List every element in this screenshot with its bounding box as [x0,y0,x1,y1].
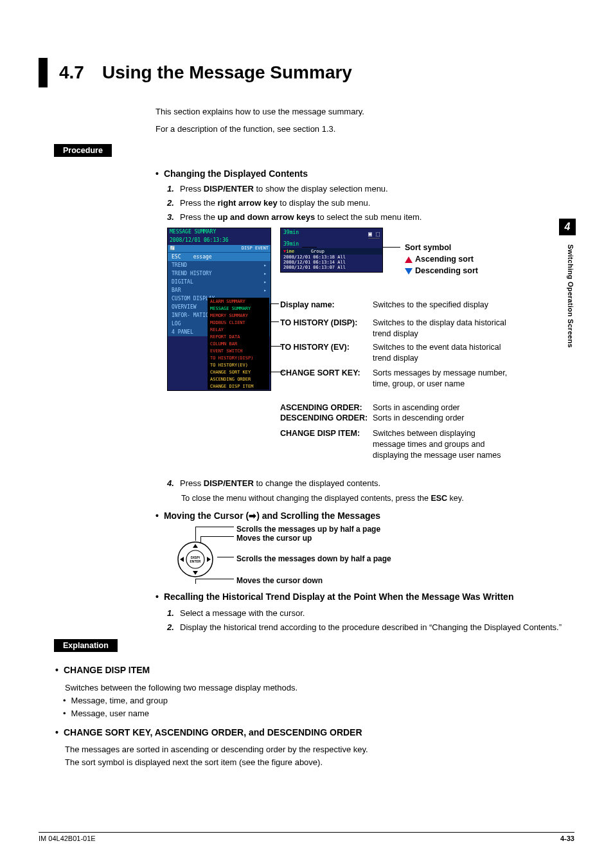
heading-recalling: Recalling the Historical Trend Display a… [155,591,574,604]
heading-changing: Changing the Displayed Contents [155,168,574,179]
step-1: 1. Press DISP/ENTER to show the display … [167,183,574,195]
callout-name: TO HISTORY (DISP): [280,318,357,329]
sub-menu-item: CHANGE SORT KEY [208,368,269,375]
callout-desc: Switches to the specified display [373,300,508,311]
sub-menu-item: MEMORY SUMMARY [208,312,269,319]
sub-menu-item: TO HISTORY(EV) [208,361,269,368]
cdi-opt-a: Message, time, and group [63,694,574,707]
svg-marker-3 [193,571,198,575]
main-menu-item: TREND HISTORY▸ [168,269,271,278]
callout-name: CHANGE DISP ITEM: [280,428,360,439]
sub-menu-item: REPORT DATA [208,333,269,340]
page-title-row: 4.7 Using the Message Summary [39,58,574,87]
procedure-label: Procedure [54,144,112,157]
callout-name: DESCENDING ORDER: [280,413,368,424]
step-number: 4. [167,477,180,490]
cdi-text: Switches between the following two messa… [65,682,574,694]
heading-change-disp-item: CHANGE DISP ITEM [55,664,574,678]
sub-menu-item: MESSAGE SUMMARY [208,305,269,312]
step-number: 2. [167,197,180,210]
step-4-note: To close the menu without changing the d… [181,493,574,505]
menu-diagram: MESSAGE SUMMARY 2008/12/01 06:13:36 🔄DIS… [167,228,578,427]
recall-step-2: 2. Display the historical trend accordin… [167,621,574,634]
dpad-icon: DISP/ ENTER [177,541,213,577]
sub-menu-item: MODBUS CLIENT [208,319,269,326]
sub-menu-item: ASCENDING ORDER [208,375,269,383]
callout-desc: Switches to the event data historical tr… [373,342,508,364]
procedure-content: Changing the Displayed Contents 1. Press… [155,168,574,635]
svg-text:ENTER: ENTER [190,559,201,563]
main-menu-item: BAR▸ [168,286,271,294]
svg-marker-4 [180,557,184,562]
callout-name: CHANGE SORT KEY: [280,368,360,379]
callout-desc: Switches to the display data historical … [373,318,508,339]
step-number: 1. [167,183,180,195]
summary-row: 2008/12/01 06:13:07 All [281,265,382,270]
svg-marker-2 [193,544,198,548]
sub-menu-item: TO HISTORY(DISP) [208,354,269,361]
main-menu-item: DIGITAL▸ [168,278,271,286]
sub-menu-item: COLUMN BAR [208,340,269,347]
step-2: 2. Press the right arrow key to display … [167,197,574,210]
callout-name: Display name: [280,300,335,311]
callout-name: TO HISTORY (EV): [280,342,350,353]
page-title: 4.7 Using the Message Summary [59,62,352,83]
csk-text-b: The sort symbol is displayed next the so… [65,756,574,769]
page-number: 4-33 [560,835,574,842]
heading-change-sort-key: CHANGE SORT KEY, ASCENDING ORDER, and DE… [55,726,574,740]
sub-menu-item: CHANGE DISP ITEM [208,383,269,390]
step-number: 2. [167,621,180,634]
sub-menu-item: EVENT SWITCH [208,347,269,354]
cdi-opt-b: Message, user name [63,707,574,720]
triangle-down-icon [405,268,413,275]
page-footer: IM 04L42B01-01E 4-33 [39,832,574,842]
callout-desc: Sorts messages by message number, time, … [373,368,508,390]
step-4: 4. Press DISP/ENTER to change the displa… [167,477,574,490]
step-number: 3. [167,211,180,224]
step-number: 1. [167,607,180,620]
screenshot-summary-header: 39min▣ ⬚ 39min ▼imeGroup 2008/12/01 06:1… [280,228,383,273]
explanation-content: CHANGE DISP ITEM Switches between the fo… [55,664,574,769]
dpad-diagram: Scrolls the messages up by half a page M… [167,525,475,586]
summary-row: 2008/12/01 06:13:14 All [281,260,382,265]
disp-icon: 🔄 [170,246,175,251]
heading-moving: Moving the Cursor (➡) and Scrolling the … [155,511,574,521]
main-menu-item: TREND▸ [168,261,271,269]
screenshot-main-menu: MESSAGE SUMMARY 2008/12/01 06:13:36 🔄DIS… [167,228,271,391]
sub-menu-item: RELAY [208,326,269,333]
screenshot-sub-menu: ALARM SUMMARYMESSAGE SUMMARYMEMORY SUMMA… [208,298,269,390]
callout-desc: Switches between displaying message time… [373,428,508,461]
callout-desc: Sorts in ascending order [373,402,508,413]
callout-name: ASCENDING ORDER: [280,402,362,413]
svg-marker-5 [207,557,211,562]
step-3: 3. Press the up and down arrow keys to s… [167,211,574,224]
intro-line-1: This section explains how to use the mes… [155,105,574,119]
callout-desc: Sorts in descending order [373,413,508,424]
explanation-label: Explanation [54,639,118,652]
sub-menu-item: ALARM SUMMARY [208,298,269,305]
triangle-up-icon [405,257,413,263]
doc-id: IM 04L42B01-01E [39,835,96,842]
header-icons: ▣ ⬚ [368,230,380,239]
recall-step-1: 1. Select a message with the cursor. [167,607,574,620]
sort-symbol-legend: Sort symbol Ascending sort Descending so… [405,242,478,276]
title-bar [39,58,48,87]
intro-line-2: For a description of the function, see s… [155,123,574,136]
csk-text-a: The messages are sorted in ascending or … [65,743,574,756]
summary-row: 2008/12/01 06:13:18 All [281,255,382,260]
